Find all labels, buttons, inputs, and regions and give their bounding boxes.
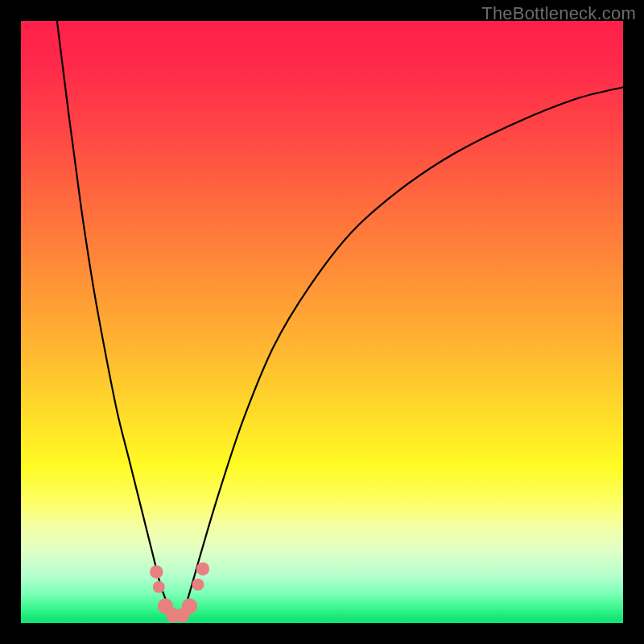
curve-right-arm: [177, 87, 623, 617]
curve-left-arm: [57, 21, 178, 617]
curve-marker: [192, 579, 204, 591]
bottleneck-curve: [21, 21, 623, 623]
curve-marker: [182, 598, 197, 613]
curve-marker: [150, 565, 163, 578]
plot-area: [21, 21, 623, 623]
curve-marker: [153, 581, 165, 593]
watermark-text: TheBottleneck.com: [481, 3, 636, 24]
curve-marker: [196, 562, 209, 575]
curve-markers: [150, 562, 209, 622]
